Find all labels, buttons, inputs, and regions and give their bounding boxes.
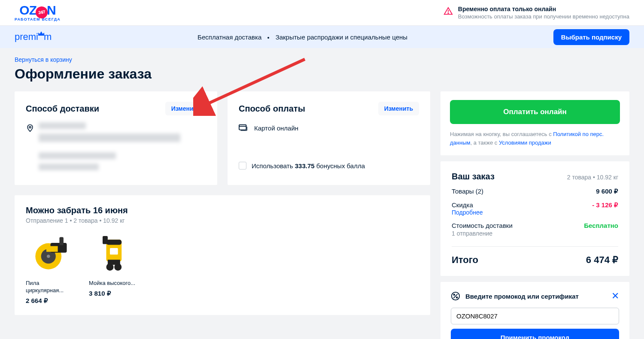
ship-label: Стоимость доставки	[452, 222, 513, 229]
delivery-title: Способ доставки	[26, 104, 99, 114]
change-delivery-button[interactable]: Изменить	[165, 102, 206, 115]
ozon-logo[interactable]: OZ24/7N РАБОТАЕМ ВСЕГДА	[15, 4, 61, 21]
svg-rect-13	[103, 236, 108, 244]
notice-sub: Возможность оплаты заказа при получении …	[458, 13, 629, 20]
product-price: 3 810 ₽	[89, 290, 138, 297]
svg-point-2	[29, 126, 31, 128]
logo-text: OZ	[19, 3, 36, 17]
use-bonus-row[interactable]: Использовать 333.75 бонусных балла	[239, 162, 419, 170]
promo-card: Введите промокод или сертификат ✕ Примен…	[440, 282, 629, 339]
product-price: 2 664 ₽	[26, 297, 75, 305]
svg-rect-16	[108, 260, 120, 265]
svg-point-7	[47, 254, 50, 258]
apply-promo-button[interactable]: Применить промокод	[451, 329, 619, 339]
svg-rect-9	[59, 237, 64, 245]
payment-card: Способ оплаты Изменить Картой онлайн Исп…	[228, 91, 430, 185]
product-item[interactable]: Мойка высокого... 3 810 ₽	[89, 233, 138, 305]
svg-rect-10	[46, 246, 58, 251]
close-icon[interactable]: ✕	[611, 291, 619, 302]
summary-title: Ваш заказ	[452, 172, 495, 182]
redacted-address-line	[39, 122, 86, 129]
total-value: 6 474 ₽	[586, 254, 618, 266]
svg-rect-17	[110, 248, 118, 254]
svg-rect-3	[239, 125, 246, 130]
svg-point-1	[448, 13, 448, 13]
premium-logo[interactable]: premim	[15, 31, 52, 42]
items-value: 9 600 ₽	[596, 188, 618, 195]
payment-method: Картой онлайн	[254, 124, 298, 132]
pickup-sub: Отправление 1 • 2 товара • 10.92 кг	[26, 217, 419, 224]
discount-value: - 3 126 ₽	[592, 201, 618, 209]
top-header: OZ24/7N РАБОТАЕМ ВСЕГДА Временно оплата …	[0, 0, 644, 26]
page-title: Оформление заказа	[15, 66, 629, 82]
bonus-label: Использовать 333.75 бонусных балла	[252, 162, 365, 170]
promo-title: Введите промокод или сертификат	[465, 293, 579, 300]
sale-terms-link[interactable]: Условиями продажи	[499, 139, 551, 146]
back-to-cart-link[interactable]: Вернуться в корзину	[15, 56, 72, 63]
premium-benefit: Закрытые распродажи и специальные цены	[276, 33, 407, 41]
svg-rect-12	[106, 239, 122, 245]
product-item[interactable]: Пила циркулярная... 2 664 ₽	[26, 233, 75, 305]
redacted-address-line	[39, 163, 99, 170]
percent-icon	[451, 291, 460, 301]
product-name: Пила циркулярная...	[26, 280, 75, 294]
discount-more-link[interactable]: Подробнее	[452, 209, 483, 216]
crown-icon	[38, 31, 44, 36]
notice-title: Временно оплата только онлайн	[458, 6, 629, 12]
payment-title: Способ оплаты	[239, 104, 305, 114]
redacted-address-line	[39, 133, 180, 142]
premium-benefits: Бесплатная доставка Закрытые распродажи …	[197, 33, 407, 41]
product-image	[29, 233, 72, 275]
order-summary-card: Ваш заказ 2 товара • 10.92 кг Товары (2)…	[440, 161, 629, 276]
product-image	[92, 233, 135, 275]
pickup-card: Можно забрать 16 июня Отправление 1 • 2 …	[15, 195, 430, 315]
svg-point-19	[453, 294, 455, 295]
premium-benefit: Бесплатная доставка	[197, 33, 261, 41]
choose-subscription-button[interactable]: Выбрать подписку	[553, 29, 629, 45]
delivery-card: Способ доставки Изменить	[15, 91, 217, 185]
agree-text: Нажимая на кнопку, вы соглашаетесь с Пол…	[450, 130, 620, 147]
total-label: Итого	[452, 254, 478, 266]
change-payment-button[interactable]: Изменить	[378, 102, 419, 115]
bonus-checkbox[interactable]	[239, 162, 246, 170]
summary-meta: 2 товара • 10.92 кг	[567, 174, 618, 181]
product-name: Мойка высокого...	[89, 280, 138, 287]
items-label: Товары (2)	[452, 188, 483, 195]
promo-input[interactable]	[451, 308, 619, 324]
ship-sub: 1 отправление	[452, 230, 513, 237]
ship-value: Бесплатно	[584, 222, 618, 229]
svg-point-20	[456, 297, 458, 298]
dot-separator	[267, 37, 269, 39]
redacted-address-line	[39, 152, 116, 159]
location-pin-icon	[26, 123, 34, 133]
logo-text: N	[47, 3, 56, 17]
pay-online-button[interactable]: Оплатить онлайн	[450, 100, 620, 124]
pickup-title: Можно забрать 16 июня	[26, 206, 419, 215]
alert-icon	[444, 6, 453, 16]
discount-label: Скидка	[452, 201, 483, 209]
payment-notice: Временно оплата только онлайн Возможност…	[444, 6, 629, 20]
card-icon	[239, 124, 248, 132]
premium-bar: premim Бесплатная доставка Закрытые расп…	[0, 26, 644, 48]
